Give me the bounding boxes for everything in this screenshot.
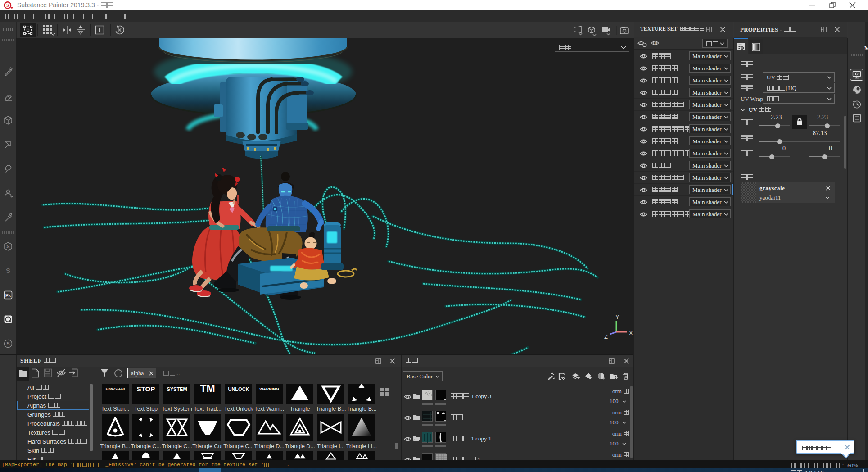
svg-text:Z: Z xyxy=(604,333,608,340)
svg-text:Y: Y xyxy=(615,313,619,320)
svg-text:S: S xyxy=(6,341,9,346)
svg-text:X: X xyxy=(629,330,633,336)
svg-text:S: S xyxy=(6,244,9,249)
svg-text:S: S xyxy=(6,267,10,274)
svg-text:Ps: Ps xyxy=(5,293,11,298)
svg-text:1: 1 xyxy=(654,41,656,45)
svg-text:S: S xyxy=(6,3,9,8)
